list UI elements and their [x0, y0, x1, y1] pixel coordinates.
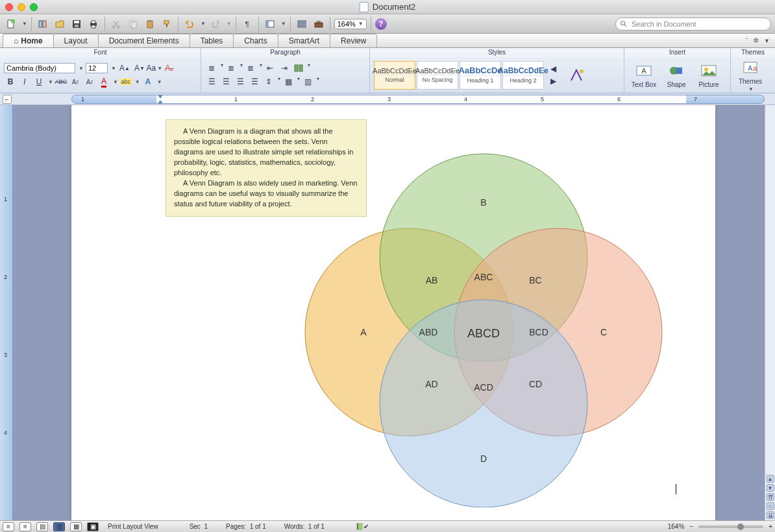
columns-button[interactable] — [292, 62, 305, 74]
sidebar-dropdown-icon[interactable]: ▼ — [281, 21, 286, 27]
view-notebook-icon[interactable]: ▦ — [70, 522, 82, 531]
tab-review[interactable]: Review — [330, 34, 377, 47]
minimize-window-button[interactable] — [18, 3, 25, 11]
new-dropdown-icon[interactable]: ▼ — [22, 21, 27, 27]
view-draft-icon[interactable]: ≡ — [3, 522, 14, 531]
numbering-button[interactable]: ≣ — [225, 62, 238, 74]
highlight-dropdown-icon[interactable]: ▼ — [135, 79, 140, 85]
open-icon[interactable] — [53, 17, 67, 31]
line-spacing-button[interactable]: ⇕ — [262, 76, 275, 88]
view-focus-icon[interactable]: ▣ — [87, 522, 99, 531]
borders-dropdown-icon[interactable]: ▾ — [317, 76, 319, 88]
zoom-slider-thumb[interactable] — [737, 524, 744, 530]
format-painter-icon[interactable] — [160, 17, 174, 31]
change-case-button[interactable]: Aa▼ — [148, 62, 161, 74]
strike-button[interactable]: ABC — [55, 76, 68, 88]
insert-picture-button[interactable]: Picture — [693, 62, 724, 88]
next-page-icon[interactable]: ⇊ — [767, 511, 774, 519]
font-size-select[interactable] — [86, 63, 108, 73]
show-marks-icon[interactable]: ¶ — [240, 17, 254, 31]
browse-object-icon[interactable]: ○ — [767, 502, 774, 510]
copy-icon[interactable] — [126, 17, 140, 31]
font-name-select[interactable] — [4, 63, 75, 73]
save-icon[interactable] — [69, 17, 84, 31]
shading-dropdown-icon[interactable]: ▾ — [297, 76, 300, 88]
tab-charts[interactable]: Charts — [233, 34, 278, 47]
ribbon-expand-dropdown[interactable]: ▼ — [764, 38, 770, 44]
tab-stop-selector[interactable]: ⌐ — [3, 95, 12, 104]
justify-button[interactable]: ☰ — [248, 76, 261, 88]
toolbox-icon[interactable] — [312, 17, 326, 31]
redo-dropdown-icon[interactable]: ▼ — [227, 21, 232, 27]
prev-page-icon[interactable]: ⇈ — [767, 493, 774, 501]
shrink-font-button[interactable]: A▼ — [133, 62, 146, 74]
venn-diagram[interactable]: A B C D AB BC CD AD ABC BCD ACD ABD ABCD — [273, 144, 695, 507]
zoom-window-button[interactable] — [30, 3, 38, 11]
view-publishing-icon[interactable]: ▤ — [36, 522, 48, 531]
highlight-button[interactable]: abc — [119, 76, 132, 88]
gallery-icon[interactable] — [295, 17, 309, 31]
collapse-ribbon-icon[interactable]: ˇ — [745, 37, 748, 45]
superscript-button[interactable]: A2 — [83, 76, 96, 88]
paste-icon[interactable] — [143, 17, 157, 31]
font-name-dropdown-icon[interactable]: ▼ — [79, 66, 84, 71]
indent-dec-button[interactable]: ⇤ — [264, 62, 277, 74]
close-window-button[interactable] — [5, 3, 13, 11]
bullets-button[interactable]: ≣ — [205, 62, 218, 74]
styles-scroll-left-icon[interactable]: ◀ — [547, 63, 560, 75]
zoom-out-button[interactable]: − — [689, 523, 693, 530]
style-normal[interactable]: AaBbCcDdEe Normal — [374, 61, 415, 90]
font-size-dropdown-icon[interactable]: ▼ — [111, 66, 116, 71]
vertical-scrollbar[interactable]: ▲ ▼ ⇈ ○ ⇊ — [765, 105, 775, 520]
align-right-button[interactable]: ☰ — [234, 76, 247, 88]
multilevel-button[interactable]: ≣ — [244, 62, 257, 74]
clear-formatting-button[interactable]: Aₐ — [163, 62, 176, 74]
undo-dropdown-icon[interactable]: ▼ — [201, 21, 206, 27]
tab-home[interactable]: ⌂Home — [3, 34, 54, 47]
tab-document-elements[interactable]: Document Elements — [98, 34, 190, 47]
borders-button[interactable]: ▥ — [301, 76, 314, 88]
subscript-button[interactable]: A2 — [69, 76, 82, 88]
undo-icon[interactable] — [182, 17, 197, 31]
font-color-button[interactable]: A — [97, 76, 110, 88]
view-print-icon[interactable]: ▥ — [53, 522, 65, 531]
align-left-button[interactable]: ☰ — [205, 76, 218, 88]
text-effects-button[interactable]: A — [141, 76, 154, 88]
themes-button[interactable]: Aa Themes▼ — [735, 58, 766, 92]
text-effects-dropdown-icon[interactable]: ▼ — [157, 79, 162, 85]
search-box[interactable]: Search in Document — [615, 18, 771, 30]
shading-button[interactable]: ▦ — [282, 76, 295, 88]
view-outline-icon[interactable]: ≡ — [19, 522, 31, 531]
print-icon[interactable] — [86, 17, 101, 31]
tab-tables[interactable]: Tables — [190, 34, 234, 47]
zoom-selector[interactable]: 164%▼ — [334, 19, 367, 29]
new-doc-icon[interactable]: + — [4, 17, 18, 31]
style-heading2[interactable]: AaBbCcDdEe Heading 2 — [502, 61, 544, 90]
numbering-dropdown-icon[interactable]: ▾ — [240, 62, 243, 74]
help-icon[interactable]: ? — [375, 18, 387, 30]
cut-icon[interactable] — [109, 17, 123, 31]
bold-button[interactable]: B — [4, 76, 17, 88]
line-spacing-dropdown-icon[interactable]: ▾ — [278, 76, 280, 88]
vertical-ruler[interactable]: 1 2 3 4 — [0, 105, 13, 520]
zoom-slider[interactable] — [698, 526, 763, 528]
styles-scroll-right-icon[interactable]: ▶ — [547, 75, 560, 87]
templates-icon[interactable] — [36, 17, 50, 31]
document-page[interactable]: A Venn Diagram is a diagram that shows a… — [71, 105, 715, 520]
scroll-up-icon[interactable]: ▲ — [767, 475, 774, 483]
zoom-in-button[interactable]: + — [769, 523, 772, 530]
insert-shape-button[interactable]: Shape — [661, 62, 692, 88]
ribbon-options-icon[interactable]: ✲ — [753, 36, 759, 45]
insert-textbox-button[interactable]: A Text Box — [628, 62, 659, 88]
underline-dropdown-icon[interactable]: ▼ — [48, 79, 53, 85]
sidebar-toggle-icon[interactable] — [263, 17, 277, 31]
align-center-button[interactable]: ☰ — [219, 76, 232, 88]
multilevel-dropdown-icon[interactable]: ▾ — [260, 62, 262, 74]
spellcheck-icon[interactable]: 📗✔ — [356, 523, 369, 530]
styles-pane-button[interactable] — [561, 66, 592, 84]
horizontal-ruler[interactable]: 1 1 2 3 4 5 6 7 — [71, 95, 765, 104]
style-heading1[interactable]: AaBbCcDe Heading 1 — [460, 61, 501, 90]
tab-smartart[interactable]: SmartArt — [278, 34, 330, 47]
columns-dropdown-icon[interactable]: ▾ — [308, 62, 310, 74]
font-color-dropdown-icon[interactable]: ▼ — [113, 79, 118, 85]
